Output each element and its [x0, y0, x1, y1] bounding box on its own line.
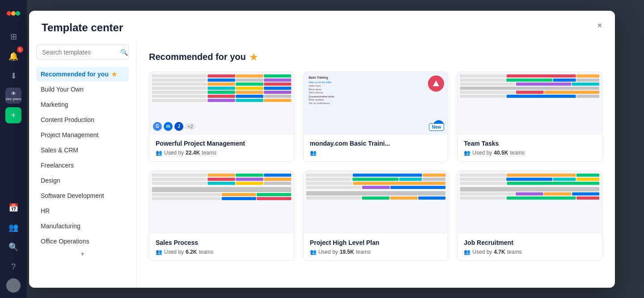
- used-by-suffix: teams: [510, 150, 525, 156]
- section-star-icon: ★: [250, 52, 258, 63]
- template-main: Recommended for you ★: [136, 41, 615, 288]
- sidebar-nav-item-manufacturing[interactable]: Manufacturing: [36, 219, 129, 233]
- monday-badge-icon: m: [164, 122, 173, 131]
- section-title: Recommended for you ★: [149, 52, 602, 63]
- people-icon: 👥: [464, 249, 470, 255]
- search-box[interactable]: 🔍: [36, 45, 129, 60]
- people-icon: 👥: [310, 150, 317, 156]
- sidebar-nav-label: Sales & CRM: [41, 147, 78, 154]
- svg-point-2: [16, 11, 20, 16]
- card-title: Team Tasks: [464, 140, 596, 147]
- sidebar-avatar[interactable]: [6, 278, 21, 293]
- sidebar-help-icon[interactable]: ?: [5, 259, 21, 275]
- sidebar-nav-item-marketing[interactable]: Marketing: [36, 97, 129, 112]
- sidebar-nav-label: Marketing: [41, 101, 68, 108]
- card-meta: 👥 Used by 4.7K teams: [464, 249, 596, 255]
- card-preview: [458, 171, 602, 234]
- scroll-down-indicator: ▼: [36, 249, 129, 259]
- template-center-modal: Template center × 🔍 Recommended for you …: [29, 11, 615, 288]
- used-by-suffix: teams: [202, 150, 216, 156]
- badge-plus-count: +2: [185, 123, 195, 130]
- card-preview: [458, 72, 602, 134]
- template-card-project-high-level-plan[interactable]: Project High Level Plan 👥 Used by 19.5K …: [303, 171, 449, 261]
- card-meta: 👥 Used by 22.4K teams: [156, 150, 288, 156]
- sidebar-notification-icon[interactable]: 🔔: [5, 48, 21, 64]
- sidebar-nav-item-build-your-own[interactable]: Build Your Own: [36, 82, 129, 97]
- used-by-count: 6.2K: [186, 249, 197, 255]
- card-meta: 👥 Used by 19.5K teams: [310, 249, 442, 255]
- section-title-text: Recommended for you: [149, 52, 246, 62]
- used-by-count: 22.4K: [186, 150, 200, 156]
- sidebar-nav-item-freelancers[interactable]: Freelancers: [36, 158, 129, 172]
- sidebar-nav-label: Freelancers: [41, 162, 74, 169]
- badge-icons: G m J +2: [153, 122, 195, 131]
- sidebar-nav-item-office-operations[interactable]: Office Operations: [36, 234, 129, 248]
- card-title: Powerful Project Management: [156, 140, 288, 147]
- card-preview: G m J +2: [149, 72, 294, 134]
- sidebar-download-icon[interactable]: ⬇: [5, 68, 21, 84]
- people-icon: 👥: [310, 249, 317, 255]
- card-preview: Basic Training Help us set the table Vid…: [304, 72, 448, 134]
- sidebar-nav-label: Manufacturing: [41, 222, 80, 230]
- card-meta: 👥: [310, 150, 442, 156]
- sidebar-nav-item-hr[interactable]: HR: [36, 204, 129, 218]
- people-icon: 👥: [156, 249, 162, 255]
- card-info: Powerful Project Management 👥 Used by 22…: [149, 134, 294, 161]
- sidebar-plans-icon[interactable]: 👁 See plans: [5, 88, 21, 104]
- people-icon: 👥: [464, 150, 470, 156]
- card-preview: [149, 171, 294, 234]
- star-icon: ★: [111, 71, 117, 78]
- sidebar-nav-item-design[interactable]: Design: [36, 173, 129, 188]
- used-by-label: Used by: [472, 150, 492, 156]
- sidebar-add-icon[interactable]: +: [5, 107, 21, 123]
- modal-body: 🔍 Recommended for you ★ Build Your Own M…: [29, 41, 615, 288]
- modal-title: Template center: [42, 21, 602, 34]
- used-by-suffix: teams: [507, 249, 522, 255]
- sidebar-nav-label: Project Management: [41, 131, 98, 139]
- sidebar-people-icon[interactable]: 👥: [5, 219, 21, 235]
- used-by-label: Used by: [318, 249, 338, 255]
- sidebar-nav-item-recommended[interactable]: Recommended for you ★: [36, 67, 129, 81]
- sidebar-nav-item-sales-crm[interactable]: Sales & CRM: [36, 143, 129, 157]
- sidebar-nav-item-software-development[interactable]: Software Development: [36, 189, 129, 203]
- template-card-monday-basic-training[interactable]: Basic Training Help us set the table Vid…: [303, 71, 449, 162]
- card-title: monday.com Basic Traini...: [310, 140, 442, 147]
- card-info: Sales Process 👥 Used by 6.2K teams: [149, 234, 294, 260]
- jira-badge-icon: J: [174, 122, 183, 131]
- used-by-count: 19.5K: [340, 249, 354, 255]
- card-title: Sales Process: [156, 239, 288, 246]
- sidebar-nav-label: Software Development: [41, 192, 104, 199]
- card-preview: [304, 171, 448, 234]
- card-title: Project High Level Plan: [310, 239, 442, 246]
- close-button[interactable]: ×: [593, 20, 606, 32]
- sidebar-home-icon[interactable]: ⊞: [5, 29, 21, 45]
- sidebar-search-icon[interactable]: 🔍: [5, 239, 21, 255]
- svg-point-1: [11, 11, 16, 16]
- card-title: Job Recruitment: [464, 239, 596, 246]
- card-meta: 👥 Used by 6.2K teams: [156, 249, 288, 255]
- used-by-suffix: teams: [356, 249, 371, 255]
- svg-point-0: [7, 11, 11, 16]
- app-logo[interactable]: [5, 5, 21, 21]
- template-grid: G m J +2 Powerful Project Management 👥 U…: [149, 71, 602, 261]
- template-sidebar: 🔍 Recommended for you ★ Build Your Own M…: [29, 41, 136, 288]
- template-card-sales-process[interactable]: Sales Process 👥 Used by 6.2K teams: [149, 171, 294, 261]
- used-by-suffix: teams: [199, 249, 213, 255]
- sidebar-nav-item-content-production[interactable]: Content Production: [36, 113, 129, 127]
- sidebar-nav-label: Office Operations: [41, 238, 89, 245]
- card-info: Team Tasks 👥 Used by 40.5K teams: [458, 134, 602, 161]
- sidebar-calendar-icon[interactable]: 📅: [5, 200, 21, 216]
- used-by-label: Used by: [164, 249, 184, 255]
- template-card-job-recruitment[interactable]: Job Recruitment 👥 Used by 4.7K teams: [457, 171, 602, 261]
- app-sidebar: ⊞ 🔔 ⬇ 👁 See plans + 📅 👥 🔍 ?: [0, 0, 27, 298]
- used-by-label: Used by: [164, 150, 184, 156]
- used-by-count: 40.5K: [494, 150, 508, 156]
- template-card-powerful-project-management[interactable]: G m J +2 Powerful Project Management 👥 U…: [149, 71, 294, 162]
- sidebar-nav-item-project-management[interactable]: Project Management: [36, 128, 129, 142]
- used-by-label: Used by: [472, 249, 492, 255]
- template-card-team-tasks[interactable]: Team Tasks 👥 Used by 40.5K teams: [457, 71, 602, 162]
- used-by-count: 4.7K: [494, 249, 505, 255]
- search-icon: 🔍: [120, 49, 128, 56]
- search-input[interactable]: [42, 49, 120, 56]
- google-badge-icon: G: [153, 122, 162, 131]
